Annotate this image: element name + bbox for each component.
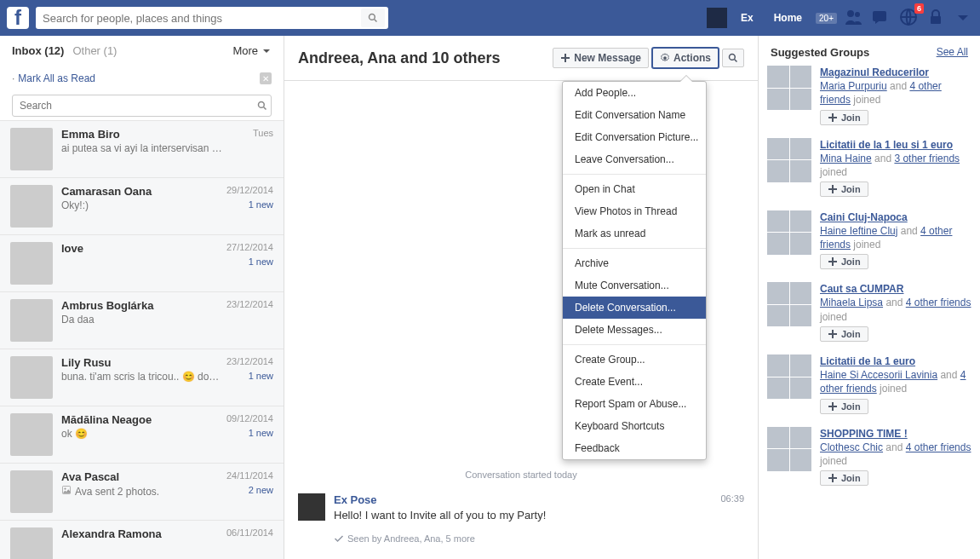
sidebar-search[interactable] [12,95,272,117]
group-friend-link[interactable]: Mihaela Lipsa [820,297,883,308]
conversation-item[interactable]: Ambrus Boglárka 23/12/2014 Da daa [0,292,284,349]
conversation-avatar [10,527,53,559]
menu-item[interactable]: Leave Conversation... [563,148,706,170]
messages-icon[interactable] [871,8,891,28]
group-others-link[interactable]: 4 other friends [906,441,971,453]
group-friend-link[interactable]: Clothesc Chic [820,441,883,453]
notifications-button[interactable]: 6 [898,7,919,30]
conversation-item[interactable]: Camarasan Oana 29/12/2014 Oky!:) 1 new [0,178,284,235]
group-others-link[interactable]: 4 other friends [906,297,971,308]
home-link[interactable]: Home [767,12,809,24]
group-thumbs [767,210,811,255]
privacy-icon[interactable] [926,8,946,28]
sidebar: Inbox (12) Other (1) More · Mark All as … [0,36,284,559]
tab-other[interactable]: Other (1) [72,44,117,57]
search-icon [728,53,738,63]
menu-item[interactable]: Create Group... [563,349,706,371]
new-message-button[interactable]: New Message [553,48,649,68]
conversation-item[interactable]: Mădălina Neagoe 09/12/2014 ok 😊 1 new [0,406,284,464]
group-name-link[interactable]: Caut sa CUMPAR [820,283,903,295]
group-thumbs [767,427,811,471]
group-name-link[interactable]: Licitatii de la 1 euro [820,355,915,367]
notification-count: 6 [914,3,924,14]
tab-other-count: (1) [104,44,117,57]
global-search-input[interactable] [39,12,361,25]
menu-item[interactable]: Keyboard Shortcuts [563,415,706,437]
conversation-item[interactable]: Ava Pascal 24/11/2014 Ava sent 2 photos.… [0,464,284,521]
join-button[interactable]: Join [820,470,868,486]
join-button[interactable]: Join [820,110,868,125]
conversation-avatar [10,242,53,285]
new-message-label: New Message [574,52,641,64]
mark-all-read-link[interactable]: Mark All as Read [18,72,95,84]
group-thumbs [767,282,811,326]
group-others-link[interactable]: 3 other friends [894,153,960,164]
join-button[interactable]: Join [820,254,868,269]
conversation-date: 06/11/2014 [226,527,273,540]
group-friend-link[interactable]: Mina Haine [820,153,872,164]
svg-line-5 [264,107,266,110]
group-name-link[interactable]: Magazinul Reducerilor [820,66,929,78]
gear-icon [660,53,670,63]
actions-label: Actions [673,52,711,64]
svg-point-7 [64,487,66,489]
tab-inbox-label: Inbox [12,44,42,57]
conversation-item[interactable]: love 27/12/2014 1 new [0,235,284,292]
menu-item[interactable]: Edit Conversation Picture... [563,126,706,148]
conversation-name: Lily Rusu [61,356,112,369]
profile-link[interactable]: Ex [734,12,760,24]
close-icon[interactable]: ✕ [260,72,272,84]
group-and: and [887,80,910,92]
menu-item[interactable]: Open in Chat [563,178,706,200]
message-sender[interactable]: Ex Pose [334,493,377,506]
menu-item[interactable]: View Photos in Thread [563,200,706,222]
tab-inbox[interactable]: Inbox (12) [12,44,64,57]
tab-more[interactable]: More [232,44,272,57]
group-friend-link[interactable]: Haine Ieftine Cluj [820,225,897,237]
facebook-logo[interactable]: f [7,7,29,29]
global-search[interactable] [36,7,388,29]
thread-search-button[interactable] [722,49,744,67]
menu-item[interactable]: Create Event... [563,371,706,393]
group-name-link[interactable]: SHOPPING TIME ! [820,428,908,440]
global-search-button[interactable] [361,9,385,27]
group-name-link[interactable]: Licitatii de la 1 leu si 1 euro [820,139,953,151]
menu-item[interactable]: Add People... [563,82,706,104]
conversation-date: Tues [253,128,273,141]
friend-requests-icon[interactable] [844,8,864,28]
conversation-avatar [10,299,53,342]
join-button[interactable]: Join [820,326,868,342]
conversation-date: 09/12/2014 [226,413,273,426]
menu-item[interactable]: Edit Conversation Name [563,104,706,126]
menu-item[interactable]: Feedback [563,437,706,459]
conversation-item[interactable]: Emma Biro Tues ai putea sa vi ayi la int… [0,121,284,178]
conversation-name: Ava Pascal [61,470,119,483]
menu-item[interactable]: Mark as unread [563,222,706,245]
group-joined-label: joined [851,94,880,106]
menu-item[interactable]: Delete Conversation... [563,297,706,319]
see-all-link[interactable]: See All [937,46,968,59]
group-friend-link[interactable]: Maria Purpuriu [820,80,887,92]
conversation-preview: Oky!:) [61,199,249,211]
menu-item[interactable]: Mute Conversation... [563,274,706,297]
group-name-link[interactable]: Caini Cluj-Napoca [820,211,908,223]
plus-icon [828,256,838,267]
profile-avatar[interactable] [707,8,727,28]
join-button[interactable]: Join [820,399,868,414]
menu-item[interactable]: Report Spam or Abuse... [563,393,706,415]
menu-item[interactable]: Archive [563,252,706,274]
conversation-item[interactable]: Lily Rusu 23/12/2014 buna. ti'am scris l… [0,349,284,406]
actions-button[interactable]: Actions [652,48,719,68]
seen-row[interactable]: Seen by Andreea, Ana, 5 more [334,533,744,544]
bullet: · [12,72,14,84]
join-button[interactable]: Join [820,182,868,197]
sidebar-search-input[interactable] [16,100,257,112]
conversation-item[interactable]: Alexandra Ramona 06/11/2014 [0,521,284,559]
settings-caret-icon[interactable] [953,8,973,28]
plus-icon [828,184,838,194]
conversation-name: Alexandra Ramona [61,527,162,540]
message-row: Ex Pose Hello! I want to Invite all of y… [298,493,744,522]
menu-item[interactable]: Delete Messages... [563,319,706,341]
conversation-new-count: 1 new [249,371,273,383]
group-friend-link[interactable]: Haine Si Accesorii Lavinia [820,369,937,381]
